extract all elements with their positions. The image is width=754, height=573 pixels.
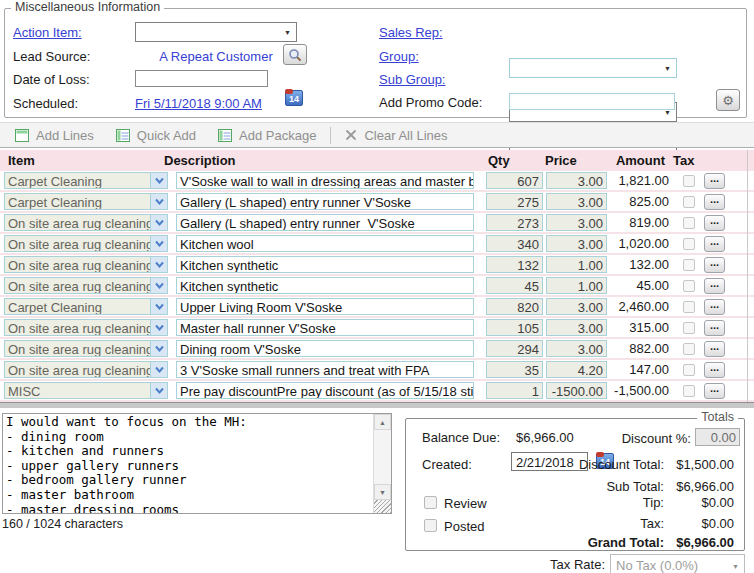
scroll-down-icon[interactable]: ▼ — [374, 484, 391, 500]
item-dropdown-button[interactable] — [151, 235, 168, 252]
add-package-button[interactable]: Add Package — [207, 123, 327, 147]
scroll-up-icon[interactable]: ▲ — [374, 414, 391, 430]
line-options-button[interactable]: ... — [704, 362, 725, 378]
item-combobox[interactable]: Carpet Cleaning — [4, 172, 151, 189]
line-options-button[interactable]: ... — [704, 299, 725, 315]
price-input[interactable]: 3.00 — [546, 235, 607, 252]
review-checkbox[interactable] — [424, 496, 437, 509]
item-dropdown-button[interactable] — [151, 256, 168, 273]
lead-source-label: Lead Source: — [13, 49, 90, 64]
scheduled-link[interactable]: Fri 5/11/2018 9:00 AM — [135, 96, 262, 111]
price-input[interactable]: 3.00 — [546, 214, 607, 231]
description-input[interactable]: Gallery (L shaped) entry runner V'Soske — [176, 193, 474, 210]
sales-rep-link[interactable]: Sales Rep: — [379, 25, 443, 40]
line-options-button[interactable]: ... — [704, 215, 725, 231]
qty-input[interactable]: 105 — [486, 319, 543, 336]
description-input[interactable]: Kitchen synthetic — [176, 256, 474, 273]
line-options-button[interactable]: ... — [704, 320, 725, 336]
line-options-button[interactable]: ... — [704, 278, 725, 294]
item-dropdown-button[interactable] — [151, 361, 168, 378]
line-options-button[interactable]: ... — [704, 173, 725, 189]
description-input[interactable]: 3 V'Soske small runners and treat with F… — [176, 361, 474, 378]
sales-rep-select[interactable]: ▼ — [509, 58, 677, 78]
review-label: Review — [444, 496, 487, 511]
line-options-button[interactable]: ... — [704, 383, 725, 399]
action-item-link[interactable]: Action Item: — [13, 25, 82, 40]
item-dropdown-button[interactable] — [151, 319, 168, 336]
qty-input[interactable]: 294 — [486, 340, 543, 357]
price-input[interactable]: 3.00 — [546, 193, 607, 210]
description-input[interactable]: Kitchen synthetic — [176, 277, 474, 294]
item-dropdown-button[interactable] — [151, 298, 168, 315]
tax-label: Tax: — [640, 516, 664, 531]
description-input[interactable]: V'Soske wall to wall in dressing areas a… — [176, 172, 474, 189]
price-input[interactable]: 3.00 — [546, 172, 607, 189]
qty-input[interactable]: 35 — [486, 361, 543, 378]
qty-input[interactable]: 340 — [486, 235, 543, 252]
item-combobox[interactable]: On site area rug cleaning — [4, 214, 151, 231]
sub-group-link[interactable]: Sub Group: — [379, 72, 446, 87]
line-options-button[interactable]: ... — [704, 194, 725, 210]
item-combobox[interactable]: On site area rug cleaning — [4, 235, 151, 252]
chevron-down-icon — [155, 345, 164, 352]
description-input[interactable]: Master hall runner V'Soske — [176, 319, 474, 336]
item-dropdown-button[interactable] — [151, 277, 168, 294]
item-combobox[interactable]: On site area rug cleaning — [4, 277, 151, 294]
action-item-select[interactable]: ▼ — [135, 22, 297, 42]
price-input[interactable]: 3.00 — [546, 298, 607, 315]
item-dropdown-button[interactable] — [151, 193, 168, 210]
price-input[interactable]: 3.00 — [546, 340, 607, 357]
created-input[interactable]: 2/21/2018 — [511, 452, 588, 471]
grand-total-label: Grand Total: — [588, 535, 664, 550]
group-link[interactable]: Group: — [379, 49, 419, 64]
line-options-button[interactable]: ... — [704, 257, 725, 273]
qty-input[interactable]: 1 — [486, 382, 543, 399]
line-options-button[interactable]: ... — [704, 341, 725, 357]
date-of-loss-calendar-icon[interactable]: 14 — [285, 90, 303, 106]
item-combobox[interactable]: On site area rug cleaning — [4, 361, 151, 378]
promo-code-input[interactable] — [509, 93, 675, 110]
notes-text[interactable]: I would want to focus on the MH: - dinin… — [3, 414, 373, 513]
notes-scrollbar[interactable]: ▲ ▼ — [373, 414, 391, 513]
qty-input[interactable]: 45 — [486, 277, 543, 294]
qty-input[interactable]: 607 — [486, 172, 543, 189]
item-combobox[interactable]: Carpet Cleaning — [4, 298, 151, 315]
item-dropdown-button[interactable] — [151, 340, 168, 357]
item-dropdown-button[interactable] — [151, 214, 168, 231]
item-combobox[interactable]: Carpet Cleaning — [4, 193, 151, 210]
balance-due-value: $6,966.00 — [516, 430, 574, 445]
item-dropdown-button[interactable] — [151, 172, 168, 189]
qty-input[interactable]: 273 — [486, 214, 543, 231]
clear-all-lines-button[interactable]: Clear All Lines — [334, 123, 458, 147]
item-combobox[interactable]: MISC — [4, 382, 151, 399]
qty-input[interactable]: 275 — [486, 193, 543, 210]
line-options-button[interactable]: ... — [704, 236, 725, 252]
price-input[interactable]: -1500.00 — [546, 382, 607, 399]
add-lines-button[interactable]: Add Lines — [4, 123, 105, 147]
item-combobox[interactable]: On site area rug cleaning — [4, 256, 151, 273]
description-input[interactable]: Kitchen wool — [176, 235, 474, 252]
posted-checkbox[interactable] — [424, 519, 437, 532]
promo-settings-button[interactable]: ⚙ — [716, 89, 740, 111]
price-input[interactable]: 1.00 — [546, 277, 607, 294]
table-bottom-divider — [0, 402, 754, 408]
price-input[interactable]: 1.00 — [546, 256, 607, 273]
resize-grip[interactable] — [374, 500, 391, 513]
price-input[interactable]: 4.20 — [546, 361, 607, 378]
tax-checkbox — [683, 322, 695, 334]
description-input[interactable]: Upper Living Room V'Soske — [176, 298, 474, 315]
qty-input[interactable]: 132 — [486, 256, 543, 273]
lead-source-value: A Repeat Customer — [135, 49, 297, 64]
description-input[interactable]: Dining room V'Soske — [176, 340, 474, 357]
description-input[interactable]: Pre pay discountPre pay discount (as of … — [176, 382, 474, 399]
quick-add-button[interactable]: Quick Add — [105, 123, 207, 147]
scroll-track[interactable] — [374, 430, 391, 484]
item-combobox[interactable]: On site area rug cleaning — [4, 340, 151, 357]
description-input[interactable]: Gallery (L shaped) entry runner V'Soske — [176, 214, 474, 231]
item-combobox[interactable]: On site area rug cleaning — [4, 319, 151, 336]
lead-source-lookup-button[interactable] — [283, 44, 307, 65]
date-of-loss-input[interactable] — [135, 70, 268, 87]
price-input[interactable]: 3.00 — [546, 319, 607, 336]
item-dropdown-button[interactable] — [151, 382, 168, 399]
qty-input[interactable]: 820 — [486, 298, 543, 315]
